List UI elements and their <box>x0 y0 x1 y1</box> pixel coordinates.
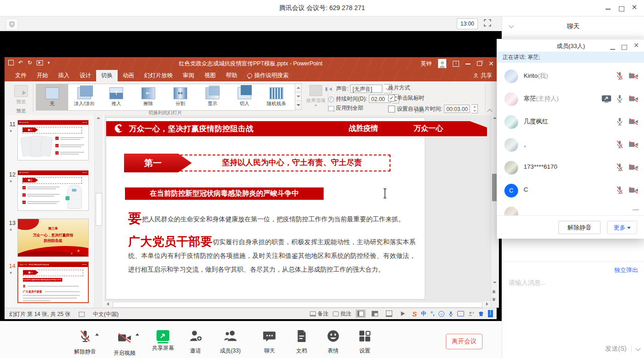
popout-link[interactable]: 独立弹出 <box>614 266 638 274</box>
apply-to-all-button[interactable]: 应用到全部 <box>328 104 363 112</box>
tab-slideshow[interactable]: 幻灯片放映 <box>139 70 178 81</box>
mic-options-arrow[interactable] <box>95 333 99 336</box>
horizontal-scrollbar[interactable] <box>104 300 491 308</box>
sound-select[interactable]: [无声音] <box>350 85 382 93</box>
minimize-button[interactable] <box>602 5 614 12</box>
unmute-toolbar-button[interactable]: 解除静音 <box>68 330 103 356</box>
camera-off-icon[interactable] <box>628 118 639 126</box>
transition-cut[interactable]: 切入 <box>228 84 260 110</box>
security-shield-icon[interactable] <box>5 18 18 30</box>
member-row[interactable]: 寒茫(主持人) <box>497 88 644 111</box>
preview-button[interactable]: 预览 <box>11 85 31 105</box>
duration-input[interactable]: 02.00 <box>369 95 391 103</box>
gallery-scroll-up[interactable] <box>295 83 302 92</box>
on-mouse-click-checkbox[interactable]: ✓ 单击鼠标时 <box>388 94 424 102</box>
send-options-icon[interactable] <box>635 346 640 351</box>
members-close-button[interactable]: ✕ <box>633 42 639 49</box>
transition-push[interactable]: ↑推入 <box>100 84 132 110</box>
vscroll-down-arrow[interactable] <box>492 282 498 283</box>
mic-muted-icon[interactable] <box>616 186 624 195</box>
slideshow-view-button[interactable] <box>398 310 408 318</box>
member-row[interactable]: 几度枫红 <box>497 111 644 134</box>
member-row[interactable]: Kirito(我) <box>497 65 644 88</box>
scroll-left-arrow[interactable] <box>107 302 109 306</box>
tab-review[interactable]: 审阅 <box>178 70 200 81</box>
transition-reveal[interactable]: 显示 <box>196 84 228 110</box>
share-button[interactable]: 共享 <box>473 70 492 81</box>
thumb-scroll-thumb[interactable] <box>96 193 102 226</box>
camera-off-icon[interactable] <box>628 95 639 103</box>
camera-off-icon[interactable] <box>628 186 639 194</box>
send-button[interactable]: 发送(S) <box>605 345 627 353</box>
share-screen-button[interactable]: 共享屏幕 <box>146 330 180 352</box>
ribbon-display-options-icon[interactable]: ↑ <box>453 61 459 67</box>
section-badge[interactable]: 第一 <box>124 154 192 172</box>
thumbnail-scrollbar[interactable] <box>94 115 103 308</box>
language-indicator[interactable]: 中文(中国) <box>93 310 119 318</box>
hscroll-thumb[interactable] <box>113 302 482 308</box>
gallery-more-button[interactable] <box>295 101 302 110</box>
ime-punctuation-icon[interactable]: °, <box>431 310 434 317</box>
mic-on-icon[interactable] <box>616 94 624 103</box>
mic-muted-icon[interactable] <box>616 71 624 80</box>
ppt-close-button[interactable]: ✕ <box>488 60 494 67</box>
ime-keyboard-icon[interactable] <box>457 311 464 316</box>
thumb-scroll-up[interactable] <box>96 117 101 119</box>
members-button[interactable]: 成员(33) <box>213 330 248 355</box>
slide-sorter-view-button[interactable] <box>370 310 380 318</box>
tab-design[interactable]: 设计 <box>75 70 96 81</box>
fullscreen-icon[interactable] <box>483 19 492 27</box>
camera-off-icon[interactable] <box>628 140 639 149</box>
mic-muted-icon[interactable] <box>616 163 624 172</box>
camera-off-icon[interactable] <box>628 163 639 171</box>
invite-button[interactable]: 邀请 <box>178 330 213 355</box>
user-avatar[interactable] <box>438 59 446 68</box>
tab-insert[interactable]: 插入 <box>53 70 75 81</box>
close-button[interactable]: ✕ <box>628 4 640 11</box>
screen-sharing-icon[interactable] <box>601 95 612 103</box>
slide-thumbnail-12[interactable]: ⚒ ▪▪▪▪▪▪▪▪▪▪▪▪▪▪ ▪▪▪ 第三 01 02 03 <box>17 170 89 211</box>
ime-person-icon[interactable] <box>468 311 474 316</box>
previous-slide-button[interactable] <box>492 290 498 293</box>
sogou-input-icon[interactable]: S <box>412 310 417 318</box>
sub-banner[interactable]: 在当前防控新型冠状病毒感染肺炎的严峻斗争中 <box>125 187 324 200</box>
tell-me-search[interactable]: 操作说明搜索 <box>243 70 293 81</box>
tab-help[interactable]: 帮助 <box>221 70 243 81</box>
video-options-arrow[interactable] <box>135 333 139 336</box>
normal-view-button[interactable] <box>356 310 366 318</box>
transition-none[interactable]: 无 <box>36 84 68 110</box>
member-row[interactable]: C C <box>497 179 644 202</box>
ime-voice-icon[interactable] <box>449 311 453 317</box>
comments-button[interactable]: 批注 <box>333 310 352 318</box>
tab-file[interactable]: 文件 <box>10 70 32 81</box>
ppt-restore-button[interactable] <box>477 61 482 66</box>
reading-view-button[interactable] <box>384 310 394 318</box>
transition-fade[interactable]: 淡入/淡出 <box>68 84 100 110</box>
section-title[interactable]: 坚持以人民为中心，守土有责、守土尽责 <box>200 157 384 168</box>
member-row[interactable] <box>497 202 644 215</box>
paragraph-2[interactable]: 广大党员干部要切实履行自身承担的职责，积极发挥主观能动性，主动研究和落实本系统、… <box>128 235 416 276</box>
ime-toolbox-icon[interactable] <box>488 310 493 317</box>
ime-emoji-icon[interactable]: ☺ <box>438 311 444 317</box>
member-row[interactable]: 。 <box>497 134 644 156</box>
tab-home[interactable]: 开始 <box>32 70 53 81</box>
settings-button[interactable]: 设置 <box>347 330 382 355</box>
member-row[interactable]: 173****6170 <box>497 156 644 179</box>
slide-header-banner[interactable]: 万众一心，坚决打赢疫情防控阻击战 战胜疫情 万众一心 <box>106 121 487 136</box>
unmute-button[interactable]: 解除静音 <box>558 221 601 234</box>
start-video-button[interactable]: 开启视频 <box>107 330 142 357</box>
slide-thumbnail-14-selected[interactable]: 万众一心，坚决打赢疫情防控阻击战▪▪▪ ▪▪▪ 第一 在当前防控新型冠状病毒感染… <box>17 262 89 303</box>
collapse-ribbon-icon[interactable] <box>488 107 492 112</box>
auto-advance-spinner[interactable] <box>471 104 478 113</box>
maximize-button[interactable] <box>616 5 628 12</box>
tab-view[interactable]: 视图 <box>200 70 221 81</box>
paragraph-1[interactable]: 要把人民群众的生命安全和身体健康放在第一位，把疫情防控工作作为当前最重要的工作来… <box>128 214 417 224</box>
more-button[interactable]: 更多 <box>607 221 637 234</box>
slide-thumbnail-13[interactable]: 第三章 万众一心，坚决打赢疫情 防控阻击战 ★ ★ <box>17 219 89 257</box>
gallery-scroll-down[interactable] <box>295 92 302 101</box>
scroll-right-arrow[interactable] <box>486 302 488 306</box>
mic-on-icon[interactable] <box>616 117 624 126</box>
emoji-button[interactable]: 表情 <box>316 330 351 355</box>
transition-split[interactable]: ↔分割 <box>164 84 196 110</box>
ime-skin-icon[interactable] <box>478 311 484 316</box>
